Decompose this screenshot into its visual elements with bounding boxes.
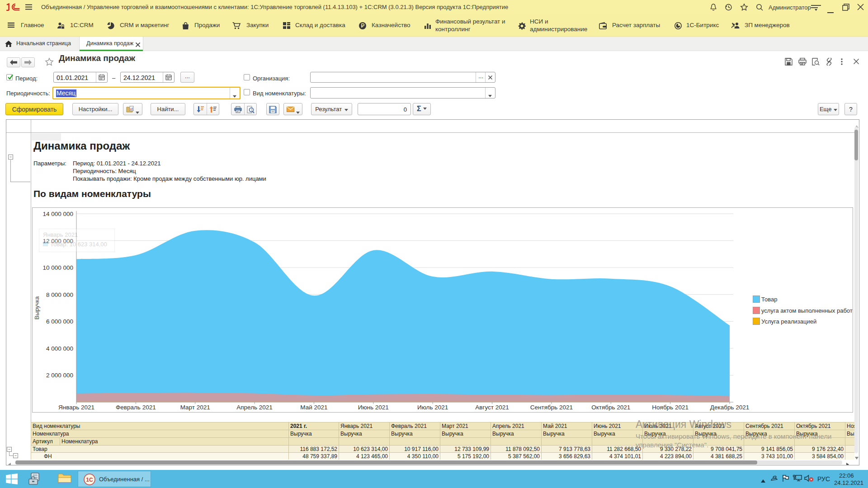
horizontal-scroll-thumb[interactable] (15, 460, 757, 465)
header-month[interactable]: Июль 2021 (643, 422, 693, 430)
table-cell[interactable] (491, 438, 542, 446)
row-name[interactable]: Товар (31, 446, 289, 453)
header-month[interactable]: Январь 2021 (339, 422, 390, 430)
header-measure[interactable]: Выручка (491, 430, 542, 438)
organization-checkbox[interactable] (244, 74, 250, 80)
taskbar-app-button[interactable]: 1С Объединенная / ... (78, 471, 151, 487)
row-group-collapse-1[interactable]: − (7, 447, 12, 452)
print-buttons[interactable] (231, 103, 257, 115)
current-user[interactable]: Администратор (769, 4, 811, 11)
header-measure[interactable]: Выручка (339, 430, 390, 438)
row-value[interactable] (845, 453, 855, 460)
sort-buttons[interactable] (193, 103, 219, 115)
header-measure[interactable]: Выручка (744, 430, 795, 438)
header-month[interactable]: Февраль 2021 (390, 422, 440, 430)
send-mail-button[interactable] (283, 103, 302, 115)
save-result-button[interactable] (266, 103, 279, 115)
file-explorer-icon[interactable] (58, 473, 71, 486)
result-dropdown[interactable]: Результат (311, 103, 352, 115)
row-value[interactable]: 10 623 314,00 (339, 446, 390, 453)
date-to-input[interactable]: 24.12.2021 (120, 72, 175, 83)
tray-network-icon[interactable] (793, 474, 802, 483)
tray-expand-icon[interactable] (761, 477, 765, 484)
calendar-icon[interactable] (165, 74, 172, 82)
sigma-button[interactable]: Σ (413, 103, 431, 115)
row-value[interactable]: 3 584 854,00 (795, 453, 845, 460)
row-value[interactable]: 4 374 101,01 (592, 453, 643, 460)
back-button[interactable] (7, 57, 20, 67)
table-cell[interactable] (390, 438, 440, 446)
row-value[interactable]: 7 913 778,63 (542, 446, 592, 453)
header-measure[interactable]: Выручка (795, 430, 845, 438)
toolbar-print-icon[interactable] (234, 106, 242, 114)
row-value[interactable]: 9 708 041,75 (693, 446, 744, 453)
counter-input[interactable]: 0 (358, 103, 411, 115)
header-measure[interactable]: Выручка (643, 430, 693, 438)
notifications-bell-icon[interactable] (709, 3, 717, 13)
header-month[interactable]: Октябрь 2021 (795, 422, 845, 430)
sort-desc-icon[interactable] (196, 106, 204, 114)
period-options-button[interactable]: ... (180, 72, 194, 83)
group-collapse-button[interactable]: − (8, 155, 13, 160)
calendar-icon[interactable] (99, 74, 105, 82)
header-measure[interactable]: Выручка (845, 430, 855, 438)
table-cell[interactable] (542, 438, 592, 446)
print-icon[interactable] (798, 58, 807, 67)
service-settings-icon[interactable] (811, 5, 821, 12)
header-month[interactable]: Август 2021 (693, 422, 744, 430)
table-cell[interactable] (845, 438, 855, 446)
server-manager-icon[interactable] (28, 473, 42, 487)
forward-button[interactable] (21, 57, 35, 67)
horizontal-scrollbar[interactable] (6, 460, 859, 465)
table-cell[interactable] (643, 438, 693, 446)
header-month[interactable]: Ноябрь 2021 (845, 422, 855, 430)
row-value[interactable]: 5 387 562,00 (491, 453, 542, 460)
row-name[interactable]: ФН (31, 453, 289, 460)
nomtype-dropdown-icon[interactable] (488, 92, 492, 99)
tray-language[interactable]: РУС (817, 475, 830, 483)
table-cell[interactable] (693, 438, 744, 446)
row-value[interactable]: 4 223 894,00 (643, 453, 693, 460)
generate-button[interactable]: Сформировать (5, 103, 63, 115)
search-icon[interactable] (755, 3, 764, 13)
find-button[interactable]: Найти... (151, 103, 185, 115)
restore-window-icon[interactable] (842, 4, 849, 12)
header-col-group[interactable]: Вид номенклатуры (31, 422, 289, 430)
header-measure[interactable]: Выручка (693, 430, 744, 438)
row-value[interactable]: 3 656 829,63 (542, 453, 592, 460)
main-menu-icon[interactable] (25, 4, 32, 11)
organization-input[interactable]: ... (310, 72, 495, 83)
tray-time[interactable]: 22:06 (839, 472, 854, 479)
table-cell[interactable] (592, 438, 643, 446)
toolbar-preview-icon[interactable] (247, 106, 255, 115)
tab-close-icon[interactable] (136, 42, 140, 48)
more-dots-icon[interactable] (841, 58, 843, 66)
help-button[interactable]: ? (844, 103, 857, 115)
close-form-icon[interactable] (854, 59, 859, 66)
more-button[interactable]: Еще (818, 103, 839, 115)
header-month[interactable]: Июнь 2021 (592, 422, 643, 430)
header-month[interactable]: Апрель 2021 (491, 422, 542, 430)
row-value[interactable]: 9 330 278,22 (643, 446, 693, 453)
row-value[interactable] (845, 446, 855, 453)
row-value[interactable]: 9 176 232,40 (795, 446, 845, 453)
favorites-star-icon[interactable] (740, 3, 748, 13)
print-preview-icon[interactable] (812, 58, 820, 67)
tray-app-icon[interactable] (770, 474, 778, 483)
table-cell[interactable] (744, 438, 795, 446)
row-value[interactable]: 4 350 110,00 (390, 453, 440, 460)
tab-active[interactable]: Динамика продаж (79, 37, 143, 51)
get-link-icon[interactable] (825, 58, 833, 67)
header-measure[interactable]: Выручка (542, 430, 592, 438)
date-from-input[interactable]: 01.01.2021 (53, 72, 108, 83)
row-value[interactable]: 11 282 668,50 (592, 446, 643, 453)
minimize-icon[interactable] (827, 8, 834, 15)
header-measure[interactable]: Выручка (289, 430, 339, 438)
table-cell[interactable] (289, 438, 339, 446)
row-group-collapse-2[interactable]: − (13, 453, 18, 458)
start-button-icon[interactable] (6, 474, 18, 486)
header-col-group2[interactable]: Номенклатура (31, 430, 289, 438)
row-value[interactable]: 4 381 688,25 (693, 453, 744, 460)
table-cell[interactable] (440, 438, 491, 446)
header-month[interactable]: Март 2021 (440, 422, 491, 430)
